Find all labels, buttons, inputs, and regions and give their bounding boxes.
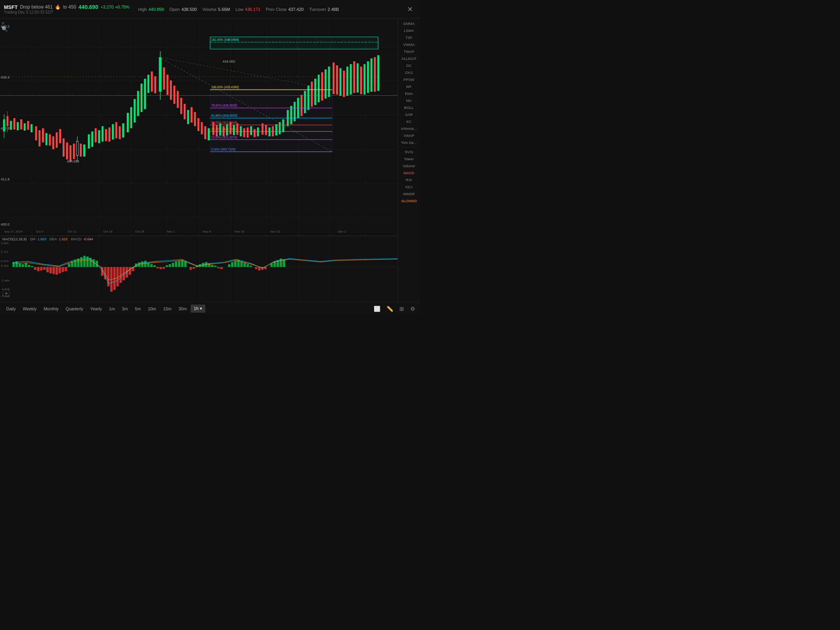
sidebar-item-macd[interactable]: MACD	[398, 170, 420, 176]
tf-yearly[interactable]: Yearly	[87, 305, 105, 313]
main-layout: ≡🔍 449.2 436.4	[0, 19, 420, 302]
sidebar-item-gmma[interactable]: GMMA	[398, 20, 420, 27]
sidebar-item-ppsw[interactable]: PPSW	[398, 76, 420, 83]
svg-rect-26	[73, 144, 75, 159]
svg-rect-47	[140, 84, 142, 112]
sidebar-item-rsi[interactable]: RSI	[398, 177, 420, 183]
svg-rect-147	[34, 267, 36, 270]
macd-dif-value: 1.603	[38, 237, 47, 241]
svg-rect-109	[353, 61, 355, 93]
sidebar-item-tomde[interactable]: Tom De...	[398, 139, 420, 146]
tf-30m[interactable]: 30m	[175, 305, 190, 313]
macd-add-button[interactable]: +	[2, 289, 10, 297]
sidebar-item-kdj[interactable]: KDJ	[398, 184, 420, 190]
sidebar-item-tsf[interactable]: TSF	[398, 34, 420, 41]
svg-rect-112	[364, 64, 366, 94]
svg-rect-103	[332, 63, 334, 94]
stat-turnover: Turnover 2.48B	[309, 7, 339, 12]
svg-rect-110	[357, 63, 359, 93]
ticker-price: 440.690	[79, 4, 98, 10]
svg-rect-154	[56, 267, 58, 275]
svg-text:100.00% (433.4390): 100.00% (433.4390)	[211, 86, 239, 89]
fire-icon: 🔥	[55, 4, 61, 10]
sidebar-item-ema[interactable]: EMA	[398, 90, 420, 97]
menu-icon[interactable]: ≡🔍	[2, 20, 8, 32]
svg-rect-163	[83, 256, 86, 267]
sidebar-item-kc[interactable]: KC	[398, 118, 420, 125]
sidebar-item-volume[interactable]: Volume	[398, 163, 420, 169]
macd-level-neg2484: -2.484	[1, 279, 10, 282]
svg-rect-9	[13, 118, 15, 130]
svg-rect-36	[102, 126, 103, 142]
sidebar-item-twap[interactable]: TWAP	[398, 48, 420, 55]
sidebar-item-vwma[interactable]: VWMA	[398, 41, 420, 48]
svg-rect-65	[198, 118, 200, 131]
svg-rect-106	[343, 71, 345, 97]
sidebar-item-svsi[interactable]: SVSI	[398, 149, 420, 155]
svg-rect-61	[184, 104, 186, 119]
settings-icon[interactable]: ⚙	[409, 305, 417, 313]
svg-rect-107	[346, 66, 348, 96]
svg-rect-13	[27, 121, 29, 130]
svg-rect-20	[52, 136, 54, 149]
svg-rect-194	[181, 260, 184, 267]
grid-icon[interactable]: ⊞	[398, 305, 406, 313]
tf-1m[interactable]: 1m	[106, 305, 118, 313]
tf-10m[interactable]: 10m	[145, 305, 159, 313]
svg-rect-68	[208, 128, 210, 140]
tf-right-icons: ⬜ ✏️ ⊞ ⚙	[372, 305, 417, 313]
svg-rect-195	[184, 261, 187, 267]
svg-rect-34	[95, 128, 97, 143]
svg-rect-186	[156, 267, 159, 269]
svg-rect-104	[336, 65, 338, 94]
tf-monthly[interactable]: Monthly	[40, 305, 62, 313]
draw-icon[interactable]: ✏️	[385, 305, 395, 313]
svg-rect-51	[154, 76, 156, 93]
svg-rect-35	[98, 130, 100, 143]
tf-5m[interactable]: 5m	[132, 305, 144, 313]
svg-rect-114	[371, 58, 373, 92]
sidebar-item-sar[interactable]: SAR	[398, 111, 420, 118]
svg-rect-18	[46, 133, 47, 145]
svg-rect-59	[177, 91, 179, 108]
macd-level-4443: 4.443	[1, 242, 9, 245]
svg-rect-5	[7, 116, 9, 126]
low-value: 436.171	[245, 7, 261, 12]
timeframe-bar: Daily Weekly Monthly Quarterly Yearly 1m…	[0, 302, 420, 315]
tf-quarterly[interactable]: Quarterly	[63, 305, 86, 313]
svg-rect-148	[37, 267, 39, 271]
sidebar-item-vwap[interactable]: VWAP	[398, 132, 420, 139]
svg-text:61.80% (424.3932): 61.80% (424.3932)	[211, 114, 237, 117]
layout-icon[interactable]: ⬜	[372, 305, 382, 313]
tf-1h-dropdown[interactable]: 1h ▾	[191, 304, 205, 313]
tf-daily[interactable]: Daily	[3, 305, 19, 313]
close-button[interactable]: ✕	[404, 4, 416, 15]
sidebar-item-boll[interactable]: BOLL	[398, 104, 420, 111]
macd-title: MACD(12,26,9)	[2, 237, 27, 241]
svg-rect-49	[147, 75, 149, 93]
sidebar-item-lsma[interactable]: LSMA	[398, 27, 420, 34]
svg-rect-108	[350, 64, 352, 94]
svg-rect-181	[141, 261, 144, 267]
stat-prev-close: Prev Close 437.420	[266, 7, 304, 12]
svg-rect-55	[163, 67, 165, 89]
tf-weekly[interactable]: Weekly	[19, 305, 40, 313]
sidebar-item-ma[interactable]: MA	[398, 97, 420, 104]
tf-3m[interactable]: 3m	[119, 305, 131, 313]
macd-dea-value: 1.625	[59, 237, 68, 241]
svg-rect-38	[108, 128, 110, 142]
sidebar-item-slowkd[interactable]: SLOWKD	[398, 198, 420, 204]
tf-15m[interactable]: 15m	[160, 305, 175, 313]
low-label: Low	[235, 7, 243, 12]
svg-rect-197	[192, 267, 195, 269]
sidebar-item-cks[interactable]: CKS	[398, 69, 420, 76]
svg-rect-67	[204, 126, 206, 139]
svg-rect-196	[189, 267, 192, 270]
sidebar-item-dc[interactable]: DC	[398, 62, 420, 69]
sidebar-item-ichimok[interactable]: Ichimok...	[398, 125, 420, 132]
sidebar-item-tower[interactable]: Tower	[398, 156, 420, 162]
sidebar-item-wmsr[interactable]: WMSR	[398, 191, 420, 197]
svg-rect-8	[10, 121, 12, 130]
sidebar-item-alligat[interactable]: ALLIGAT	[398, 55, 420, 62]
sidebar-item-wf[interactable]: WF	[398, 83, 420, 90]
